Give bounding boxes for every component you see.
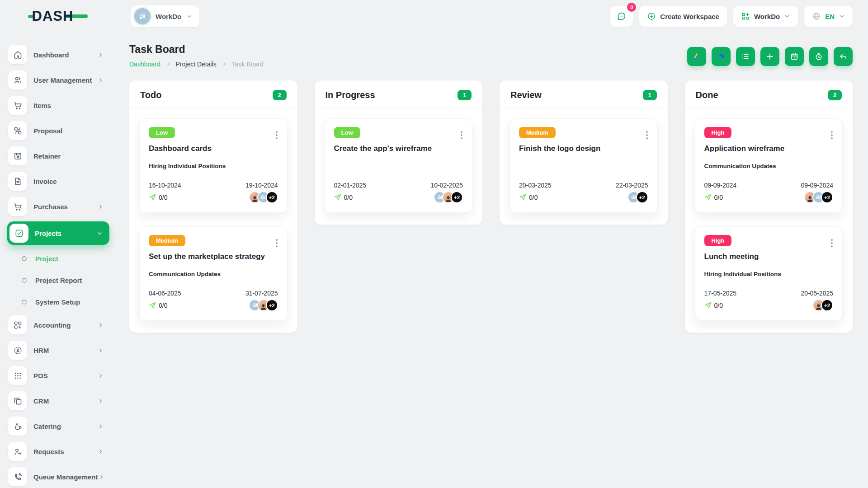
create-workspace-label: Create Workspace	[660, 13, 719, 20]
task-card[interactable]: HighApplication wireframeCommunication U…	[695, 118, 843, 213]
chevron-right-icon	[97, 448, 104, 455]
task-card[interactable]: MediumSet up the marketplace strategyCom…	[139, 226, 288, 321]
workspace-switcher[interactable]: WorkDo	[131, 5, 199, 27]
task-card[interactable]: LowDashboard cardsHiring Individual Posi…	[139, 118, 288, 213]
calendar-button[interactable]	[785, 47, 804, 66]
chevron-right-icon	[97, 77, 104, 84]
send-icon	[519, 193, 527, 201]
sidebar-item-accounting[interactable]: Accounting	[7, 314, 109, 335]
kebab-dot	[461, 134, 462, 136]
app-menu-button[interactable]: WorkDo	[733, 6, 798, 27]
sidebar-item-catering[interactable]: Catering	[7, 416, 109, 436]
sidebar-item-hrm[interactable]: HRM	[7, 340, 109, 361]
chevron-right-icon	[97, 322, 104, 328]
sidebar-subitem-label: Project Report	[35, 277, 82, 284]
add-task-button[interactable]	[760, 47, 779, 66]
sidebar-item-projects[interactable]: Projects	[7, 221, 109, 245]
task-card[interactable]: MediumFinish the logo design20-03-202522…	[509, 118, 658, 213]
sidebar-item-label: Queue Management	[33, 473, 98, 481]
messages-button[interactable]: 0	[610, 6, 633, 27]
kebab-dot	[646, 137, 648, 139]
chevron-right-icon	[165, 61, 171, 67]
progress-count: 0/0	[159, 194, 167, 201]
brand-logo[interactable]: DASH	[0, 8, 116, 24]
home-icon	[8, 45, 27, 64]
column-cards: LowDashboard cardsHiring Individual Posi…	[129, 108, 297, 333]
sidebar-item-label: CRM	[33, 397, 49, 405]
sidebar-item-retainer[interactable]: Retainer	[7, 145, 109, 166]
card-menu-button[interactable]	[829, 129, 835, 141]
sidebar-subitem-label: System Setup	[35, 298, 80, 306]
start-date: 17-05-2025	[704, 290, 737, 297]
sidebar-item-label: Catering	[33, 422, 61, 430]
subitem-dot-icon	[22, 278, 27, 283]
page-title: Task Board	[129, 43, 264, 56]
breadcrumb-item-task-board: Task Board	[232, 61, 264, 68]
kebab-dot	[461, 131, 462, 133]
sidebar-item-items[interactable]: Items	[7, 95, 109, 116]
kebab-dot	[831, 242, 833, 244]
main-content: Task Board DashboardProject DetailsTask …	[116, 33, 868, 488]
breadcrumb-item-dashboard[interactable]: Dashboard	[129, 61, 160, 68]
grid-plus-icon	[8, 315, 27, 334]
cart-icon	[8, 96, 27, 115]
google-drive-button[interactable]	[687, 47, 706, 66]
sidebar-item-label: User Management	[33, 76, 92, 84]
card-menu-button[interactable]	[644, 129, 650, 141]
app-menu-label: WorkDo	[754, 13, 780, 20]
priority-badge: High	[704, 235, 732, 246]
milestone-label: Communication Updates	[149, 271, 278, 278]
sidebar-item-crm[interactable]: CRM	[7, 390, 109, 411]
onedrive-button[interactable]	[712, 47, 731, 66]
chevron-down-icon	[784, 13, 790, 19]
sidebar-item-invoice[interactable]: Invoice	[7, 171, 109, 192]
sidebar-subitem-system-setup[interactable]: System Setup	[7, 293, 109, 311]
copy-squares-icon	[8, 391, 27, 410]
column-count-badge: 2	[828, 90, 842, 100]
kebab-dot	[831, 137, 833, 139]
task-card[interactable]: HighLunch meetingHiring Individual Posit…	[695, 226, 843, 321]
sidebar-item-label: POS	[33, 372, 48, 380]
sidebar-item-proposal[interactable]: Proposal	[7, 120, 109, 141]
more-members-badge: +2	[821, 191, 833, 203]
card-menu-button[interactable]	[274, 237, 280, 249]
card-title: Finish the logo design	[519, 144, 648, 153]
assignee-avatars: +2	[804, 191, 833, 203]
subitem-dot-icon	[22, 300, 27, 305]
sidebar-item-purchases[interactable]: Purchases	[7, 196, 109, 217]
start-date: 09-09-2024	[704, 182, 737, 189]
sidebar-item-requests[interactable]: Requests	[7, 441, 109, 462]
sidebar-item-label: Purchases	[33, 203, 68, 211]
dots-grid-icon	[8, 366, 27, 385]
sidebar-item-label: Retainer	[33, 152, 61, 160]
card-dates: 20-03-202522-03-2025	[519, 182, 648, 189]
list-view-button[interactable]	[736, 47, 755, 66]
card-menu-button[interactable]	[274, 129, 280, 141]
sidebar-item-dashboard[interactable]: Dashboard	[7, 44, 109, 65]
column-header: In Progress1	[315, 80, 483, 108]
due-date: 22-03-2025	[616, 182, 648, 189]
task-card[interactable]: LowCreate the app's wireframe02-01-20251…	[325, 118, 473, 213]
kebab-dot	[276, 134, 278, 136]
chevron-down-icon	[839, 13, 845, 19]
messages-count-badge: 0	[627, 3, 636, 12]
card-menu-button[interactable]	[458, 129, 465, 141]
sidebar-item-user-management[interactable]: User Management	[7, 70, 109, 90]
users-icon	[8, 70, 27, 89]
timer-button[interactable]	[809, 47, 828, 66]
create-workspace-button[interactable]: Create Workspace	[639, 6, 727, 27]
task-progress: 0/0	[334, 193, 353, 201]
kebab-dot	[831, 131, 833, 133]
sidebar-subitem-project-report[interactable]: Project Report	[7, 271, 109, 289]
card-menu-button[interactable]	[829, 237, 835, 249]
language-selector[interactable]: EN	[804, 6, 853, 27]
sidebar-item-pos[interactable]: POS	[7, 365, 109, 386]
priority-badge: Low	[334, 127, 360, 138]
coffee-icon	[8, 417, 27, 436]
sidebar-subitem-project[interactable]: Project	[7, 249, 109, 267]
file-text-icon	[8, 172, 27, 191]
back-button[interactable]	[834, 47, 853, 66]
kebab-dot	[831, 245, 833, 247]
sidebar-item-queue-management[interactable]: Queue Management	[7, 466, 109, 487]
chevron-right-icon	[97, 52, 104, 58]
